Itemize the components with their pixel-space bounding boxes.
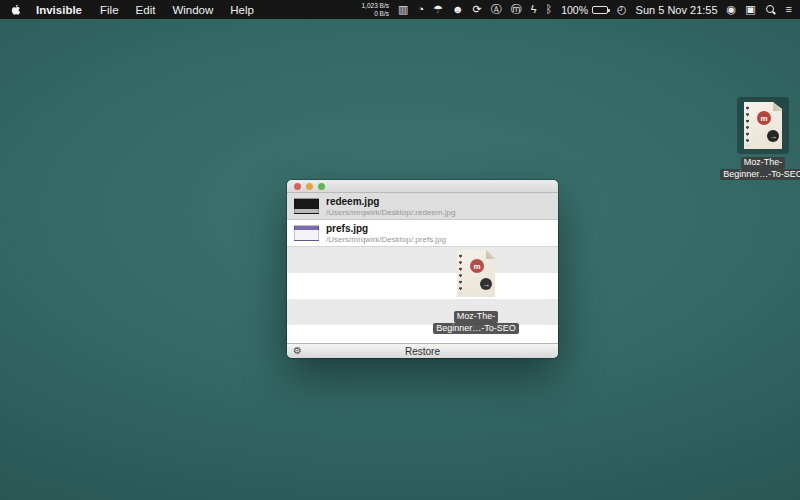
- file-row-prefs[interactable]: prefs.jpg /Users/mrqwirk/Desktop/.prefs.…: [287, 220, 558, 247]
- umbrella-icon[interactable]: ☂: [433, 0, 443, 19]
- bolt-icon[interactable]: ϟ: [531, 0, 537, 19]
- desktop-icon-moz[interactable]: m → Moz-The- Beginner…-To-SEO: [722, 97, 800, 180]
- history-icon[interactable]: ◴: [617, 0, 627, 19]
- drag-ghost[interactable]: m → Moz-The- Beginner…-To-SEO: [434, 250, 518, 334]
- arrow-badge-icon: →: [480, 278, 492, 290]
- page-fold: [773, 102, 782, 111]
- gear-icon[interactable]: ⚙: [293, 344, 302, 358]
- file-path: /Users/mrqwirk/Desktop/.redeem.jpg: [326, 208, 455, 217]
- file-name: redeem.jpg: [326, 196, 455, 208]
- moz-badge-icon: m: [757, 111, 771, 125]
- file-name: prefs.jpg: [326, 223, 446, 235]
- menu-bar: Invisible File Edit Window Help 1,023 B/…: [0, 0, 800, 19]
- menu-help[interactable]: Help: [230, 4, 254, 16]
- net-down-value: 0 B/s: [374, 10, 389, 18]
- desktop-icon-label: Moz-The- Beginner…-To-SEO: [720, 157, 800, 180]
- notification-center-icon[interactable]: ≡: [786, 0, 792, 19]
- file-row-redeem[interactable]: redeem.jpg /Users/mrqwirk/Desktop/.redee…: [287, 193, 558, 220]
- search-icon[interactable]: [765, 4, 777, 16]
- app-menu-title[interactable]: Invisible: [36, 4, 82, 16]
- menu-file[interactable]: File: [100, 4, 119, 16]
- menu-clock[interactable]: Sun 5 Nov 21:55: [636, 4, 718, 16]
- apple-menu[interactable]: [10, 3, 22, 17]
- icon-selection-highlight: m →: [737, 97, 789, 154]
- document-icon: m →: [744, 102, 782, 149]
- battery-status[interactable]: 100%: [561, 4, 608, 16]
- file-text: redeem.jpg /Users/mrqwirk/Desktop/.redee…: [326, 196, 455, 217]
- close-button[interactable]: [294, 183, 301, 190]
- menu-edit[interactable]: Edit: [136, 4, 156, 16]
- zoom-button[interactable]: [318, 183, 325, 190]
- file-text: prefs.jpg /Users/mrqwirk/Desktop/.prefs.…: [326, 223, 446, 244]
- battery-percent: 100%: [561, 4, 588, 16]
- window-titlebar[interactable]: [287, 180, 558, 193]
- battery-icon: [592, 6, 608, 14]
- label-line-1: Moz-The-: [741, 157, 786, 169]
- menu-window[interactable]: Window: [172, 4, 213, 16]
- user-icon[interactable]: ☻: [452, 0, 464, 19]
- bars-icon[interactable]: ▥: [398, 0, 408, 19]
- circled-a-icon[interactable]: Ⓐ: [491, 0, 502, 19]
- sync-icon[interactable]: ⟳: [472, 0, 481, 19]
- siri-icon[interactable]: ◉: [727, 0, 737, 19]
- network-speed-indicator[interactable]: 1,023 B/s 0 B/s: [362, 2, 389, 17]
- timer-icon[interactable]: ◔: [417, 0, 424, 19]
- document-icon: m →: [457, 250, 495, 297]
- apple-icon: [10, 3, 22, 17]
- label-line-1: Moz-The-: [454, 311, 499, 323]
- file-path: /Users/mrqwirk/Desktop/.prefs.jpg: [326, 235, 446, 244]
- drag-ghost-label: Moz-The- Beginner…-To-SEO: [433, 311, 519, 334]
- window-toolbar: ⚙ Restore: [287, 343, 558, 358]
- page-fold: [486, 250, 495, 259]
- spiral-binding-icon: [458, 253, 463, 294]
- bluetooth-icon[interactable]: ᛒ: [546, 0, 553, 19]
- circled-m-icon[interactable]: ⓜ: [511, 0, 522, 19]
- label-line-2: Beginner…-To-SEO: [720, 169, 800, 181]
- moz-badge-icon: m: [470, 259, 484, 273]
- net-up-value: 1,023 B/s: [362, 2, 389, 10]
- restore-button[interactable]: Restore: [287, 346, 558, 357]
- menu-bar-status: 1,023 B/s 0 B/s ▥ ◔ ☂ ☻ ⟳ Ⓐ ⓜ ϟ ᛒ 100% ◴…: [362, 0, 800, 19]
- minimize-button[interactable]: [306, 183, 313, 190]
- redeem-thumbnail: [294, 198, 319, 214]
- spiral-binding-icon: [745, 105, 750, 146]
- arrow-badge-icon: →: [767, 130, 779, 142]
- prefs-thumbnail: [294, 225, 319, 241]
- display-icon[interactable]: ▣: [745, 0, 755, 19]
- menu-bar-left: Invisible File Edit Window Help: [0, 3, 271, 17]
- label-line-2: Beginner…-To-SEO: [433, 323, 519, 335]
